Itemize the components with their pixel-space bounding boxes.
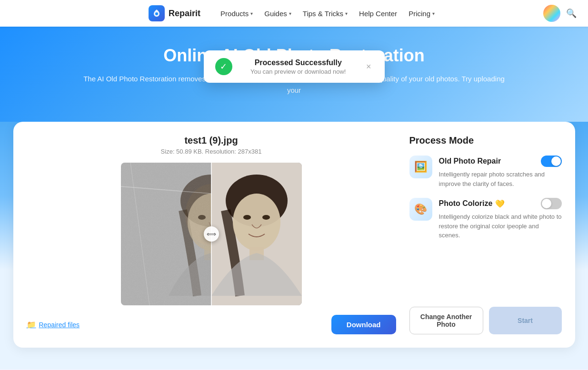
nav-item-products[interactable]: Products ▾ [216, 7, 258, 20]
nav-avatar[interactable] [543, 5, 560, 22]
mode-name-row-colorize: Photo Colorize 💛 [439, 199, 505, 208]
start-button[interactable]: Start [489, 307, 562, 334]
search-icon[interactable]: 🔍 [566, 8, 577, 19]
mode-item-photo-colorize: 🎨 Photo Colorize 💛 Intelligendy colorize… [409, 198, 562, 240]
mode-desc-colorize: Intelligendy colorize black and white ph… [439, 212, 562, 240]
mode-name-repair: Old Photo Repair [439, 157, 501, 166]
nav-items: Products ▾ Guides ▾ Tips & Tricks ▾ Help… [216, 7, 439, 20]
toggle-knob-colorize [542, 199, 551, 208]
mode-header-repair: Old Photo Repair [439, 156, 562, 167]
repaired-files-link[interactable]: 📁 Repaired files [27, 320, 80, 329]
right-bottom-buttons: Change Another Photo Start [409, 297, 562, 334]
photo-meta: Size: 50.89 KB. Resolution: 287x381 [161, 148, 262, 155]
photo-filename: test1 (9).jpg [184, 135, 238, 146]
success-subtitle: You can preview or download now! [239, 68, 358, 75]
navbar: Repairit Products ▾ Guides ▾ Tips & Tric… [0, 0, 588, 27]
nav-item-products-label: Products [220, 10, 249, 18]
notification-close-button[interactable]: × [364, 60, 373, 74]
nav-item-tips[interactable]: Tips & Tricks ▾ [298, 7, 352, 20]
change-photo-button[interactable]: Change Another Photo [409, 307, 483, 334]
svg-point-0 [155, 12, 158, 15]
toggle-photo-colorize[interactable] [541, 198, 562, 209]
mode-desc-repair: Intelligently repair photo scratches and… [439, 170, 562, 188]
logo-text: Repairit [169, 9, 200, 19]
main-content: test1 (9).jpg Size: 50.89 KB. Resolution… [0, 122, 588, 369]
nav-item-pricing-label: Pricing [409, 10, 430, 18]
nav-item-help[interactable]: Help Center [354, 7, 402, 20]
nav-item-tips-label: Tips & Tricks [303, 10, 343, 18]
logo-icon [149, 5, 165, 21]
success-notification: ✓ Processed Successfully You can preview… [204, 50, 385, 83]
tips-chevron-icon: ▾ [345, 11, 348, 16]
nav-item-pricing[interactable]: Pricing ▾ [404, 7, 439, 20]
success-text: Processed Successfully You can preview o… [239, 58, 358, 75]
old-photo-repair-body: Old Photo Repair Intelligently repair ph… [439, 156, 562, 188]
photo-after [211, 163, 302, 305]
svg-point-15 [243, 215, 251, 220]
right-panel: Process Mode 🖼️ Old Photo Repair Intelli… [409, 135, 562, 334]
process-mode-title: Process Mode [409, 135, 562, 146]
left-panel: test1 (9).jpg Size: 50.89 KB. Resolution… [27, 135, 396, 334]
toggle-knob-repair [551, 156, 561, 166]
nav-item-help-label: Help Center [359, 10, 397, 18]
comparison-slider[interactable]: ⟺ [121, 163, 302, 305]
products-chevron-icon: ▾ [250, 11, 253, 16]
success-check-icon: ✓ [215, 58, 232, 75]
premium-badge-icon: 💛 [495, 199, 505, 208]
mode-item-old-photo-repair: 🖼️ Old Photo Repair Intelligently repair… [409, 156, 562, 188]
pricing-chevron-icon: ▾ [432, 11, 435, 16]
folder-icon: 📁 [27, 320, 36, 329]
nav-item-guides-label: Guides [264, 10, 287, 18]
svg-point-14 [233, 194, 280, 251]
slider-handle[interactable]: ⟺ [204, 226, 219, 242]
mode-name-row-repair: Old Photo Repair [439, 157, 501, 166]
nav-item-guides[interactable]: Guides ▾ [259, 7, 296, 20]
repaired-files-label: Repaired files [39, 321, 80, 329]
success-title: Processed Successfully [239, 58, 358, 67]
nav-right: 🔍 [543, 5, 577, 22]
bottom-bar: 📁 Repaired files Download [27, 315, 396, 334]
nav-logo[interactable]: Repairit [149, 5, 200, 21]
hero-section: Online AI Old Photo Restoration The AI O… [0, 27, 588, 122]
photo-after-svg [211, 163, 302, 305]
download-button[interactable]: Download [331, 315, 396, 334]
photo-colorize-body: Photo Colorize 💛 Intelligendy colorize b… [439, 198, 562, 240]
photo-colorize-icon: 🎨 [409, 198, 432, 221]
toggle-old-photo-repair[interactable] [541, 156, 562, 167]
old-photo-repair-icon: 🖼️ [409, 156, 432, 178]
mode-name-colorize: Photo Colorize [439, 199, 493, 208]
mode-header-colorize: Photo Colorize 💛 [439, 198, 562, 209]
svg-point-16 [262, 215, 270, 220]
guides-chevron-icon: ▾ [289, 11, 291, 16]
content-card: test1 (9).jpg Size: 50.89 KB. Resolution… [13, 122, 575, 348]
